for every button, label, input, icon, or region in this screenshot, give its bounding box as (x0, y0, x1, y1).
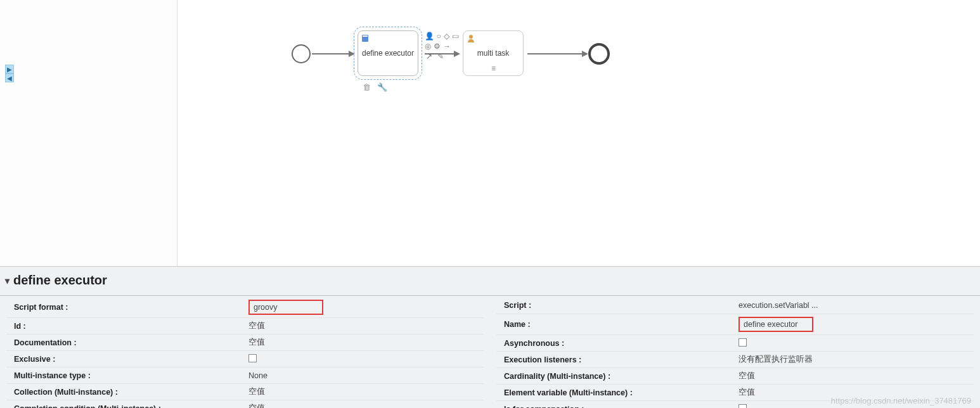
properties-panel: ▾ define executor Script format :groovyI… (0, 266, 980, 408)
multi-instance-marker-icon: ≡ (491, 64, 495, 73)
property-value[interactable]: 空值 (738, 387, 966, 398)
property-label: Execution listeners : (504, 355, 738, 364)
bpmn-canvas[interactable]: define executor 👤 ○ ◇ ▭ ◎ ⚙ → ↗ ✎ 🗑 🔧 mu… (177, 0, 980, 266)
property-row[interactable]: Completion condition (Multi-instance) :空… (6, 400, 484, 408)
user-icon (466, 34, 476, 44)
person-icon[interactable]: 👤 (425, 32, 434, 41)
context-toolbar: 👤 ○ ◇ ▭ ◎ ⚙ → ↗ ✎ (425, 32, 459, 62)
property-value[interactable]: 空值 (248, 403, 476, 408)
property-row[interactable]: Asynchronous : (496, 335, 974, 351)
wrench-icon[interactable]: 🔧 (377, 82, 387, 92)
property-label: Collection (Multi-instance) : (14, 388, 248, 397)
script-task-node[interactable]: define executor (358, 30, 418, 76)
property-row[interactable]: Is for compensation : (496, 400, 974, 408)
properties-left-column: Script format :groovyId :空值Documentation… (0, 297, 490, 408)
highlighted-value[interactable]: groovy (248, 300, 323, 315)
splitter-handle[interactable]: ▶ ◀ (5, 65, 14, 82)
sequence-flow-1[interactable] (312, 53, 354, 54)
sequence-flow-3[interactable] (527, 53, 587, 54)
property-label: Asynchronous : (504, 339, 738, 348)
properties-header[interactable]: ▾ define executor (0, 271, 980, 296)
property-value[interactable]: 空值 (248, 321, 476, 331)
property-row[interactable]: Id :空值 (6, 317, 484, 334)
highlighted-value[interactable]: define executor (738, 317, 813, 332)
property-row[interactable]: Element variable (Multi-instance) :空值 (496, 384, 974, 400)
property-value[interactable] (248, 354, 476, 364)
property-value[interactable] (738, 404, 966, 409)
checkbox[interactable] (738, 404, 747, 409)
property-row[interactable]: Script :execution.setVariabl ... (496, 297, 974, 314)
property-row[interactable]: Execution listeners :没有配置执行监听器 (496, 351, 974, 367)
circle-icon[interactable]: ○ (436, 32, 441, 41)
script-task-label: define executor (362, 49, 414, 58)
property-value[interactable]: define executor (738, 317, 966, 332)
property-row[interactable]: Script format :groovy (6, 297, 484, 317)
sequence-flow-2[interactable] (425, 53, 459, 54)
left-panel: ▶ ◀ (0, 0, 177, 266)
property-label: Documentation : (14, 338, 248, 347)
property-value[interactable]: 空值 (738, 371, 966, 381)
user-task-label: multi task (477, 49, 510, 58)
expand-right-icon[interactable]: ▶ (5, 65, 14, 73)
document-icon[interactable]: ▭ (452, 32, 459, 41)
diamond-icon[interactable]: ◇ (444, 32, 449, 41)
property-row[interactable]: Documentation :空值 (6, 334, 484, 350)
property-label: Cardinality (Multi-instance) : (504, 372, 738, 381)
property-value[interactable]: groovy (248, 300, 476, 315)
property-label: Script format : (14, 303, 248, 312)
property-label: Name : (504, 320, 738, 329)
property-row[interactable]: Cardinality (Multi-instance) :空值 (496, 367, 974, 384)
properties-right-column: Script :execution.setVariabl ...Name :de… (490, 297, 980, 408)
trash-icon[interactable]: 🗑 (363, 82, 371, 92)
start-event-node[interactable] (292, 44, 311, 63)
property-value[interactable]: 空值 (248, 386, 476, 397)
property-row[interactable]: Multi-instance type :None (6, 367, 484, 383)
property-label: Is for compensation : (504, 405, 738, 409)
property-label: Completion condition (Multi-instance) : (14, 404, 248, 409)
circle-end-icon[interactable]: ◎ (425, 42, 431, 51)
property-value[interactable] (738, 338, 966, 348)
property-row[interactable]: Collection (Multi-instance) :空值 (6, 383, 484, 400)
end-event-node[interactable] (588, 43, 610, 65)
property-row[interactable]: Name :define executor (496, 314, 974, 335)
property-label: Id : (14, 322, 248, 331)
script-icon (361, 34, 371, 44)
property-value[interactable]: None (248, 371, 476, 380)
property-label: Script : (504, 301, 738, 310)
property-row[interactable]: Exclusive : (6, 350, 484, 367)
context-bottom-toolbar: 🗑 🔧 (363, 82, 387, 92)
svg-rect-1 (363, 35, 368, 37)
properties-title: define executor (13, 273, 107, 288)
property-label: Element variable (Multi-instance) : (504, 388, 738, 397)
property-value[interactable]: execution.setVariabl ... (738, 301, 966, 310)
property-label: Multi-instance type : (14, 371, 248, 380)
gear-icon[interactable]: ⚙ (434, 42, 441, 51)
chevron-down-icon[interactable]: ▾ (5, 276, 10, 286)
property-value[interactable]: 没有配置执行监听器 (738, 354, 966, 365)
checkbox[interactable] (248, 354, 257, 362)
user-task-node[interactable]: multi task ≡ (463, 30, 524, 76)
checkbox[interactable] (738, 338, 747, 347)
blank-icon (453, 42, 459, 51)
collapse-left-icon[interactable]: ◀ (5, 73, 14, 82)
svg-point-2 (469, 35, 473, 39)
property-label: Exclusive : (14, 355, 248, 364)
property-value[interactable]: 空值 (248, 337, 476, 348)
arrow-icon[interactable]: → (443, 42, 451, 51)
